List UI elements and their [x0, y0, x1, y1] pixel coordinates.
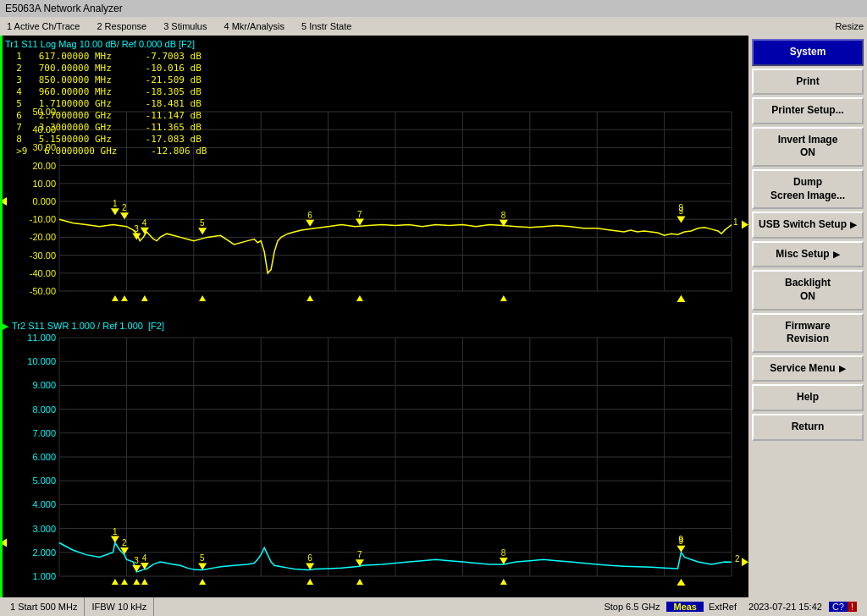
- right-panel: SystemPrintPrinter Setup...Invert Image …: [748, 36, 867, 597]
- service-menu-arrow-icon: ▶: [839, 363, 846, 374]
- backlight-button[interactable]: Backlight ON: [752, 270, 864, 310]
- misc-setup-button[interactable]: Misc Setup▶: [752, 241, 864, 268]
- chart-area: [0, 36, 748, 597]
- ifbw-label: IFBW 10 kHz: [91, 602, 146, 612]
- bottom-chart-canvas: [0, 316, 748, 597]
- status-right: Stop 6.5 GHz Meas ExtRef 2023-07-21 15:4…: [597, 597, 864, 616]
- menu-response[interactable]: 2 Response: [93, 19, 150, 33]
- start-label: 1 Start 500 MHz: [10, 602, 77, 612]
- title-bar: E5063A Network Analyzer: [0, 0, 867, 17]
- usb-switch-setup-arrow-icon: ▶: [850, 219, 857, 230]
- system-button[interactable]: System: [752, 39, 864, 66]
- extref-label: ExtRef: [704, 602, 742, 612]
- help-button[interactable]: Help: [752, 384, 864, 411]
- menu-mkr-analysis[interactable]: 4 Mkr/Analysis: [220, 19, 288, 33]
- main-area: SystemPrintPrinter Setup...Invert Image …: [0, 36, 867, 597]
- top-chart-canvas: [0, 36, 748, 316]
- resize-button[interactable]: Resize: [835, 21, 864, 31]
- menu-bar-left: 1 Active Ch/Trace 2 Response 3 Stimulus …: [3, 19, 355, 33]
- menu-active-ch-trace[interactable]: 1 Active Ch/Trace: [3, 19, 83, 33]
- status-bar: 1 Start 500 MHz IFBW 10 kHz Stop 6.5 GHz…: [0, 597, 867, 616]
- status-start: 1 Start 500 MHz: [3, 597, 85, 616]
- meas-indicator[interactable]: Meas: [666, 602, 704, 612]
- print-button[interactable]: Print: [752, 69, 864, 96]
- excl-indicator: !: [848, 602, 857, 612]
- app-title: E5063A Network Analyzer: [5, 3, 123, 14]
- menu-instr-state[interactable]: 5 Instr State: [298, 19, 355, 33]
- dump-screen-image-button[interactable]: Dump Screen Image...: [752, 169, 864, 209]
- status-ifbw: IFBW 10 kHz: [85, 597, 154, 616]
- firmware-revision-button[interactable]: Firmware Revision: [752, 313, 864, 353]
- menu-bar: 1 Active Ch/Trace 2 Response 3 Stimulus …: [0, 17, 867, 36]
- service-menu-button[interactable]: Service Menu▶: [752, 355, 864, 382]
- menu-stimulus[interactable]: 3 Stimulus: [160, 19, 210, 33]
- usb-switch-setup-button[interactable]: USB Switch Setup▶: [752, 212, 864, 239]
- return-button[interactable]: Return: [752, 414, 864, 441]
- misc-setup-arrow-icon: ▶: [833, 249, 840, 260]
- c-indicator: C?: [829, 602, 848, 612]
- datetime-label: 2023-07-21 15:42: [742, 602, 829, 612]
- invert-image-button[interactable]: Invert Image ON: [752, 127, 864, 167]
- printer-setup-button[interactable]: Printer Setup...: [752, 97, 864, 124]
- stop-label: Stop 6.5 GHz: [604, 602, 666, 612]
